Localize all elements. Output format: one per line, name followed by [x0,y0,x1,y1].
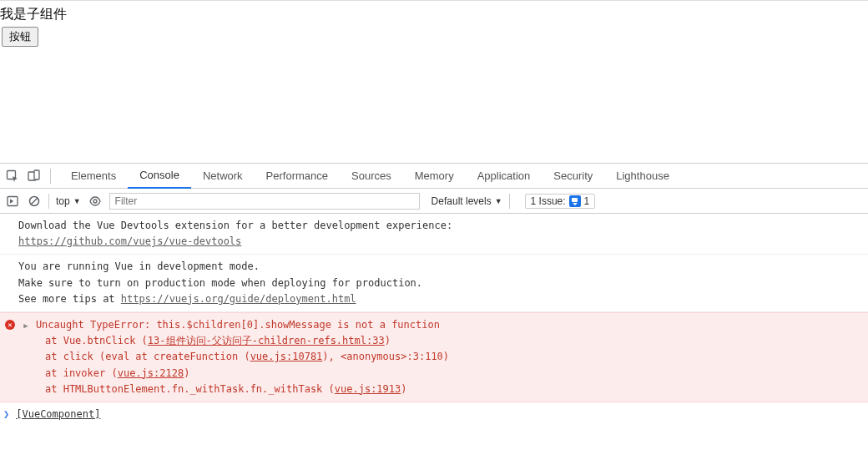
tab-elements[interactable]: Elements [59,164,128,189]
svg-rect-2 [34,170,39,179]
issues-button[interactable]: 1 Issue: 1 [525,194,596,209]
prompt-caret-icon: ❯ [3,407,9,422]
page-button[interactable]: 按钮 [2,27,38,47]
log-text: See more tips at [18,293,121,305]
log-link[interactable]: https://github.com/vuejs/vue-devtools [18,235,241,247]
stack-text: at HTMLButtonElement.fn._withTask.fn._wi… [45,383,335,395]
dropdown-icon: ▼ [495,197,502,205]
context-select[interactable]: top ▼ [56,195,81,207]
stack-link[interactable]: vue.js:2128 [118,367,184,379]
divider [509,194,510,209]
log-message: Download the Vue Devtools extension for … [0,214,868,255]
tab-performance[interactable]: Performance [255,164,340,189]
clear-console-icon[interactable] [27,194,42,209]
stack-link[interactable]: 13-组件访问-父访问子-children-refs.html:33 [148,335,385,346]
issues-label: 1 Issue: [531,195,566,207]
divider [50,169,51,184]
live-expression-icon[interactable] [88,194,103,209]
context-label: top [56,195,70,207]
filter-input[interactable] [109,193,420,210]
svg-point-6 [93,200,97,203]
console-prompt[interactable]: ❯ [VueComponent] [0,402,868,427]
expand-toggle-icon[interactable]: ▶ [23,321,28,330]
select-element-icon[interactable] [5,169,20,184]
log-levels-select[interactable]: Default levels ▼ [431,195,502,207]
dropdown-icon: ▼ [73,197,81,205]
sidebar-toggle-icon[interactable] [5,194,20,209]
prompt-value: [VueComponent] [16,407,100,422]
device-toolbar-icon[interactable] [27,169,42,184]
levels-label: Default levels [431,195,492,207]
stack-text: at Vue.btnClick ( [45,335,148,346]
devtools-panel: Elements Console Network Performance Sou… [0,163,868,427]
issue-icon [569,195,581,207]
issues-count: 1 [584,195,590,207]
tab-sources[interactable]: Sources [340,164,403,189]
stack-link[interactable]: vue.js:10781 [250,351,323,362]
svg-line-5 [31,198,38,205]
log-text: Make sure to turn on production mode whe… [18,276,868,291]
log-link[interactable]: https://vuejs.org/guide/deployment.html [121,293,356,305]
stack-text: ) [401,383,406,395]
tab-security[interactable]: Security [542,164,604,189]
error-icon: ✕ [5,320,15,330]
tab-lighthouse[interactable]: Lighthouse [604,164,681,189]
tab-network[interactable]: Network [191,164,255,189]
page-content: 我是子组件 按钮 [0,0,868,163]
tab-console[interactable]: Console [128,164,191,189]
devtools-tabs: Elements Console Network Performance Sou… [0,164,868,189]
console-output: Download the Vue Devtools extension for … [0,214,868,427]
log-text: You are running Vue in development mode. [18,259,868,275]
child-component-text: 我是子组件 [0,4,868,25]
stack-text: ) [385,335,391,346]
tab-memory[interactable]: Memory [403,164,466,189]
stack-text: at click (eval at createFunction ( [45,351,250,362]
log-text: Download the Vue Devtools extension for … [18,218,868,234]
log-message: You are running Vue in development mode.… [0,255,868,312]
divider [48,194,49,209]
stack-text: at invoker ( [45,367,118,379]
stack-link[interactable]: vue.js:1913 [335,383,401,395]
error-text: Uncaught TypeError: this.$children[0].sh… [36,319,440,331]
tab-application[interactable]: Application [466,164,542,189]
stack-text: ) [184,367,189,379]
console-toolbar: top ▼ Default levels ▼ 1 Issue: 1 [0,189,868,214]
error-message: ✕ ▶ Uncaught TypeError: this.$children[0… [0,312,868,402]
stack-text: ), <anonymous>:3:110) [322,351,449,362]
